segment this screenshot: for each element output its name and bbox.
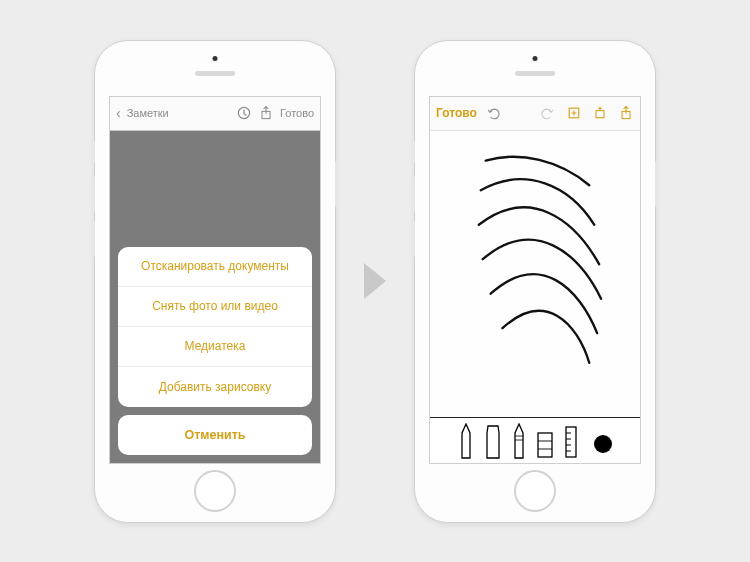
redo-icon[interactable] (540, 105, 556, 121)
undo-icon[interactable] (485, 105, 501, 121)
sheet-media-library[interactable]: Медиатека (118, 327, 312, 367)
earpiece (195, 71, 235, 76)
eraser-tool[interactable] (536, 429, 554, 459)
sheet-take-photo-video[interactable]: Снять фото или видео (118, 287, 312, 327)
side-button (412, 176, 415, 212)
chevron-left-icon[interactable]: ‹ (116, 105, 121, 121)
svg-rect-3 (596, 111, 604, 118)
side-button (92, 141, 95, 163)
svg-rect-6 (566, 427, 576, 457)
ruler-tool[interactable] (564, 425, 578, 459)
share-icon[interactable] (258, 105, 274, 121)
screen-left: ‹ Заметки Готово Отсканировать документы… (109, 96, 321, 464)
side-button (412, 221, 415, 257)
side-button (655, 161, 658, 207)
sheet-add-sketch[interactable]: Добавить зарисовку (118, 367, 312, 407)
side-button (335, 161, 338, 207)
screen-right: Готово (429, 96, 641, 464)
sketch-canvas[interactable] (430, 131, 640, 417)
side-button (412, 141, 415, 163)
topbar: ‹ Заметки Готово (110, 97, 320, 131)
sheet-scan-documents[interactable]: Отсканировать документы (118, 247, 312, 287)
done-button[interactable]: Готово (436, 106, 477, 120)
new-note-icon[interactable] (566, 105, 582, 121)
earpiece (515, 71, 555, 76)
action-sheet: Отсканировать документы Снять фото или в… (118, 247, 312, 455)
home-button[interactable] (514, 470, 556, 512)
rotate-icon[interactable] (592, 105, 608, 121)
side-button (92, 221, 95, 257)
svg-rect-5 (538, 433, 552, 457)
phone-left: ‹ Заметки Готово Отсканировать документы… (94, 40, 336, 523)
home-button[interactable] (194, 470, 236, 512)
pen-tool[interactable] (458, 423, 474, 459)
color-picker[interactable] (594, 435, 612, 453)
side-button (92, 176, 95, 212)
back-label[interactable]: Заметки (127, 107, 169, 119)
phone-right: Готово (414, 40, 656, 523)
marker-tool[interactable] (484, 423, 502, 459)
pencil-tool[interactable] (512, 423, 526, 459)
action-sheet-group: Отсканировать документы Снять фото или в… (118, 247, 312, 407)
front-camera (533, 56, 538, 61)
done-label[interactable]: Готово (280, 107, 314, 119)
front-camera (213, 56, 218, 61)
draw-toolbar (430, 417, 640, 463)
attachment-icon[interactable] (236, 105, 252, 121)
arrow-right-icon (364, 263, 386, 299)
sheet-cancel-button[interactable]: Отменить (118, 415, 312, 455)
share-icon[interactable] (618, 105, 634, 121)
topbar: Готово (430, 97, 640, 131)
